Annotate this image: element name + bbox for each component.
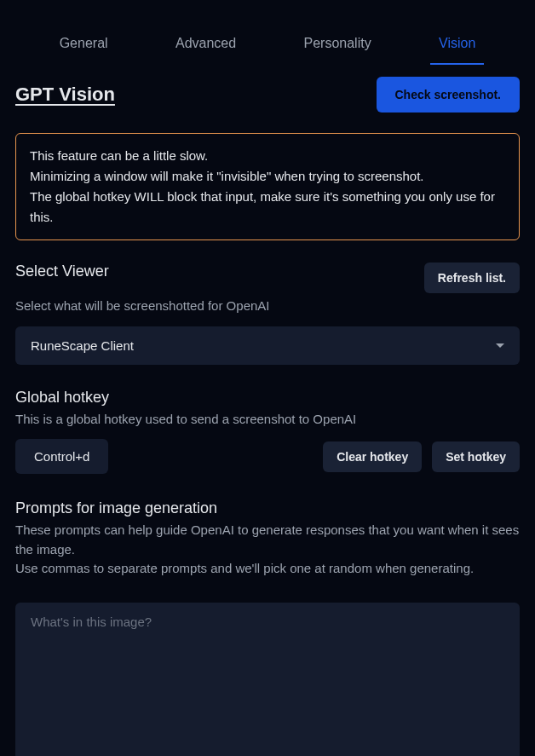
info-line-2: Minimizing a window will make it "invisi…	[30, 166, 505, 187]
tab-personality[interactable]: Personality	[295, 24, 379, 65]
info-box: This feature can be a little slow. Minim…	[15, 133, 520, 240]
prompts-label: Prompts for image generation	[15, 499, 520, 517]
info-line-1: This feature can be a little slow.	[30, 146, 505, 166]
viewer-select[interactable]: RuneScape Client	[15, 326, 520, 365]
hotkey-display[interactable]: Control+d	[15, 439, 108, 474]
check-screenshot-button[interactable]: Check screenshot.	[377, 77, 521, 113]
hotkey-buttons: Clear hotkey Set hotkey	[323, 441, 520, 472]
tab-vision[interactable]: Vision	[430, 24, 484, 65]
prompts-desc: These prompts can help guide OpenAI to g…	[15, 521, 520, 579]
chevron-down-icon	[496, 343, 504, 348]
tab-advanced[interactable]: Advanced	[167, 24, 244, 65]
viewer-label: Select Viewer	[15, 263, 109, 280]
hotkey-row: Control+d Clear hotkey Set hotkey	[15, 439, 520, 474]
tabs-bar: General Advanced Personality Vision	[0, 0, 535, 65]
refresh-list-button[interactable]: Refresh list.	[424, 263, 520, 293]
info-line-3: The global hotkey WILL block that input,…	[30, 187, 505, 228]
hotkey-label: Global hotkey	[15, 389, 520, 407]
tab-general[interactable]: General	[51, 24, 117, 65]
viewer-select-value: RuneScape Client	[31, 338, 134, 353]
page-title: GPT Vision	[15, 84, 115, 106]
hotkey-desc: This is a global hotkey used to send a s…	[15, 410, 520, 430]
header-row: GPT Vision Check screenshot.	[15, 77, 520, 113]
set-hotkey-button[interactable]: Set hotkey	[432, 441, 520, 472]
viewer-desc: Select what will be screenshotted for Op…	[15, 297, 520, 316]
clear-hotkey-button[interactable]: Clear hotkey	[323, 441, 422, 472]
viewer-section-header: Select Viewer Refresh list.	[15, 263, 520, 293]
prompts-textarea[interactable]	[15, 603, 520, 757]
